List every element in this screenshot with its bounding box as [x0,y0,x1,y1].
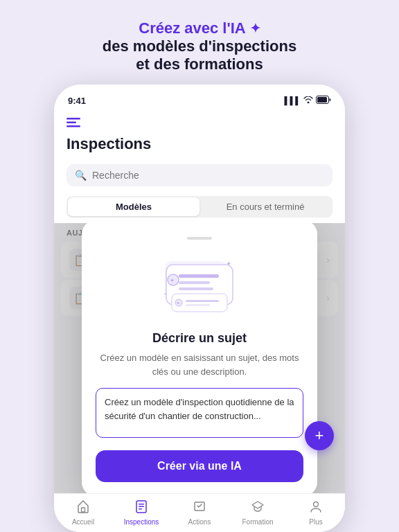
formation-icon [251,499,265,517]
tab-en-cours[interactable]: En cours et terminé [200,197,331,216]
svg-rect-3 [66,122,76,124]
modal-description: Créez un modèle en saisissant un sujet, … [96,351,303,378]
svg-rect-2 [66,118,80,120]
menu-icon[interactable] [66,116,332,131]
svg-rect-4 [66,125,80,127]
svg-text:+: + [163,291,167,297]
top-nav: Inspections [54,109,345,159]
svg-rect-10 [179,287,213,290]
modal-card: + ✦ + + Décrire un suj [82,223,317,493]
svg-text:+: + [177,301,179,305]
svg-rect-20 [82,508,85,512]
status-time: 9:41 [68,96,86,106]
bottom-nav: Accueil Inspections [54,493,345,532]
svg-rect-8 [179,274,219,278]
signal-icon: ▌▌▌ [285,96,301,105]
search-icon: 🔍 [75,170,87,181]
phone-frame: 9:41 ▌▌▌ [54,85,345,532]
nav-label-formation: Formation [242,518,273,526]
header-line2: des modèles d'inspections [103,37,296,55]
profile-icon [309,499,323,517]
nav-label-inspections: Inspections [124,518,159,526]
svg-rect-22 [139,504,144,505]
status-icons: ▌▌▌ [285,96,331,105]
nav-label-plus: Plus [309,518,322,526]
header-line3: et des formations [103,55,296,73]
svg-text:✦: ✦ [226,260,231,267]
search-bar[interactable]: 🔍 [66,164,332,186]
modal-overlay: + ✦ + + Décrire un suj [54,223,345,493]
home-icon [76,499,90,517]
actions-icon [193,499,206,517]
svg-rect-1 [317,97,327,103]
svg-rect-9 [179,281,210,284]
nav-item-plus[interactable]: Plus [287,499,345,526]
tab-modeles[interactable]: Modèles [68,197,200,216]
modal-title: Décrire un sujet [96,331,303,346]
create-via-ai-button[interactable]: Créer via une IA [96,450,303,482]
battery-icon [316,96,331,105]
svg-rect-19 [186,304,210,306]
modal-illustration: + ✦ + + [96,251,303,320]
page-title: Inspections [66,135,332,153]
nav-item-actions[interactable]: Actions [170,499,229,526]
status-bar: 9:41 ▌▌▌ [54,85,345,109]
fab-add-button[interactable]: + [305,421,334,450]
header-line1: Créez avec l'IA ✦ [103,19,296,37]
app-content: Inspections 🔍 Modèles En cours et termin… [54,109,345,532]
tabs-container: Modèles En cours et terminé [66,196,332,218]
sparkle-icon: ✦ [250,21,260,36]
inspections-icon [134,499,148,517]
nav-item-inspections[interactable]: Inspections [112,499,170,526]
nav-item-formation[interactable]: Formation [229,499,287,526]
list-area: AUJOURD'HUI 📋 Inspection 1 › 📋 Inspectio… [54,223,345,493]
search-input[interactable] [92,170,324,181]
svg-text:+: + [170,277,174,284]
nav-label-actions: Actions [188,518,211,526]
modal-textarea[interactable]: Créez un modèle d'inspection quotidienne… [96,388,303,438]
wifi-icon [303,96,313,105]
svg-point-25 [314,502,319,506]
svg-rect-18 [186,300,219,302]
svg-rect-23 [139,506,144,507]
svg-rect-24 [139,508,142,510]
header-line1-text: Créez avec l'IA [139,19,245,37]
modal-drag-handle [187,237,212,240]
nav-label-accueil: Accueil [72,518,94,526]
header-section: Créez avec l'IA ✦ des modèles d'inspecti… [75,0,324,85]
nav-item-accueil[interactable]: Accueil [54,499,112,526]
